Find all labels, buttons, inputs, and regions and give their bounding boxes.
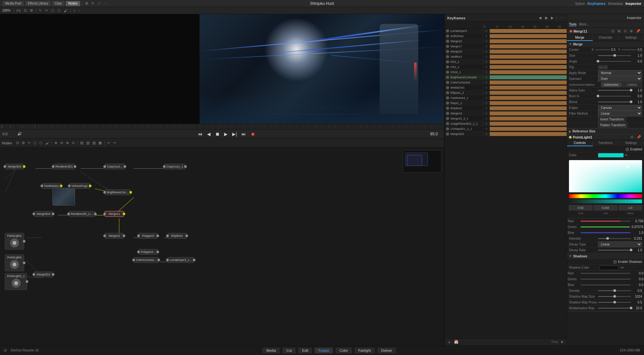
insp-node-icons2[interactable]: ⊞: [617, 29, 621, 34]
toolbar-minus[interactable]: −: [78, 8, 81, 13]
play-btn[interactable]: ▶: [223, 131, 229, 137]
zoom-label[interactable]: 100%: [1, 8, 12, 13]
edges-dropdown[interactable]: Canvas: [598, 105, 642, 110]
shadow-color-eyedropper[interactable]: ✏: [620, 265, 625, 270]
shadow-map-size-slider[interactable]: [598, 296, 631, 297]
node-polygon3[interactable]: Polygon3: [138, 233, 158, 239]
kf-row-merge17[interactable]: Merge17 0: [445, 44, 567, 49]
toolbar-shape[interactable]: ◻: [50, 8, 55, 13]
more-tab[interactable]: More...: [579, 23, 589, 26]
keyframes-label[interactable]: Keyframes: [587, 2, 605, 5]
kf-row-merge15[interactable]: Merge15 0: [445, 39, 567, 44]
tab-effects-library[interactable]: Effects Library: [25, 1, 51, 6]
toolbar-paint[interactable]: 🖌: [63, 8, 68, 13]
flip-v-btn[interactable]: ↕: [603, 65, 608, 69]
nav-color[interactable]: Color: [336, 348, 352, 353]
node-colorcorrector[interactable]: ColorCorrecto...: [134, 257, 159, 263]
spline-label[interactable]: Spline: [575, 2, 585, 5]
toolbar-fit[interactable]: Fit: [16, 8, 22, 13]
toolbar-cursor[interactable]: ↖: [38, 8, 43, 13]
pl-controls-tab[interactable]: Controls: [567, 140, 593, 146]
toolbar-view1[interactable]: ⊡: [23, 8, 28, 13]
nodes-btn-13[interactable]: ▨: [91, 140, 97, 145]
nav-cut[interactable]: Cut: [282, 348, 296, 353]
size-slider[interactable]: [598, 55, 631, 56]
nodes-btn-14[interactable]: ▩: [98, 140, 103, 145]
merge-section-header[interactable]: ▼ Merge: [567, 41, 644, 47]
step-fwd-btn[interactable]: ▶|: [231, 131, 238, 137]
record-btn[interactable]: ⏺: [250, 131, 256, 137]
node-merge3d3[interactable]: Merge3D3: [5, 164, 24, 169]
node-lumakeyer3-1[interactable]: LumaKeyer3_1...: [167, 257, 194, 263]
nodes-btn-4[interactable]: ◻: [33, 140, 37, 145]
pl-transform-tab[interactable]: Transform: [593, 140, 619, 146]
kf-row-rays1-1[interactable]: Rays1_1 0: [445, 101, 567, 106]
kf-btn-1[interactable]: ◀: [538, 15, 542, 20]
toolbar-icon-3[interactable]: ⤢: [97, 1, 101, 6]
pl-icon1[interactable]: ⊡: [630, 135, 634, 139]
shadows-section-header[interactable]: ▼ Shadows: [567, 253, 644, 259]
node-merge10[interactable]: Merge10: [105, 233, 124, 239]
insp-subtab-merge[interactable]: Merge: [567, 35, 593, 41]
kf-row-variblur1[interactable]: VariBlur1 0: [445, 54, 567, 59]
center-y-slider[interactable]: [621, 49, 636, 50]
insp-node-icons4[interactable]: ⊗: [629, 29, 634, 34]
kf-btn-3[interactable]: ▶: [550, 15, 554, 20]
apply-mode-dropdown[interactable]: Normal: [598, 70, 642, 76]
node-bspline1[interactable]: BSpline1: [167, 233, 187, 239]
kf-row-ellipse1-2[interactable]: Ellipse1_2 0: [445, 90, 567, 95]
kf-row-merge15-3-1[interactable]: Merge15_3_1 0: [445, 116, 567, 121]
decay-rate-slider[interactable]: [598, 250, 631, 251]
kf-row-hs2-2[interactable]: HS2_2 0: [445, 64, 567, 70]
shadow-green-slider[interactable]: [581, 279, 630, 280]
insp-subtab-channels[interactable]: Channels: [593, 35, 619, 41]
nodes-btn-11[interactable]: ▤: [79, 140, 84, 145]
volume-icon[interactable]: 🔊: [16, 131, 23, 136]
shadow-blue-slider[interactable]: [581, 284, 630, 285]
invert-transform-btn[interactable]: Invert Transform: [598, 117, 626, 122]
blend-slider[interactable]: [598, 101, 631, 102]
nodes-btn-2[interactable]: ⊞: [21, 140, 26, 145]
kf-row-bspline2[interactable]: BSpline2 0: [445, 106, 567, 111]
nodes-btn-10[interactable]: ⊙: [71, 140, 76, 145]
node-brightnesscon[interactable]: BrightnessCon...: [105, 189, 131, 195]
enabled-checkbox[interactable]: ✓: [626, 148, 629, 151]
step-back-btn[interactable]: ◀: [206, 131, 212, 137]
shadow-color-preview[interactable]: [599, 265, 619, 270]
nav-fusion[interactable]: Fusion: [315, 348, 333, 353]
insp-node-icons1[interactable]: ⊡: [611, 29, 615, 34]
nodes-btn-3[interactable]: ✏: [27, 140, 32, 145]
kf-calendar-btn[interactable]: 📅: [453, 340, 459, 344]
color-gradient-box[interactable]: [569, 160, 642, 192]
kf-row-softglow1[interactable]: SoftGlow1 0: [445, 34, 567, 39]
shadow-map-proxy-slider[interactable]: [598, 302, 631, 303]
kf-row-fastnoise3-1[interactable]: FastNoise3_1 0: [445, 95, 567, 101]
nodes-btn-15[interactable]: ↩: [106, 140, 111, 145]
insp-node-icons3[interactable]: ⊙: [623, 29, 628, 34]
node-paintlight1[interactable]: PaintLight1: [5, 233, 24, 250]
nodes-btn-7[interactable]: ⊕: [53, 140, 58, 145]
shadow-red-slider[interactable]: [581, 273, 630, 274]
flip-h-btn[interactable]: ↔: [598, 65, 603, 69]
nodes-btn-12[interactable]: ▧: [85, 140, 90, 145]
color-alpha-bar[interactable]: [569, 199, 642, 203]
toolbar-icon-2[interactable]: ↻: [90, 1, 95, 6]
skip-end-btn[interactable]: ⏭: [241, 131, 247, 137]
green-slider[interactable]: [581, 226, 630, 227]
color-hue-bar[interactable]: [569, 194, 642, 198]
kf-row-merge19[interactable]: Merge19 0: [445, 111, 567, 116]
subtractive-btn[interactable]: Subtractive: [601, 82, 621, 87]
node-pointlight1-1[interactable]: PointLight1_1: [5, 273, 27, 290]
additive-btn[interactable]: Additive: [622, 82, 642, 87]
kf-row-imageplane3d2[interactable]: ImagePlane3D2_1_1 0: [445, 121, 567, 126]
nav-fairlight[interactable]: Fairlight: [355, 348, 375, 353]
node-renderer3d-li[interactable]: Renderer3D_Li...: [69, 211, 95, 217]
pl-settings-tab[interactable]: Settings: [618, 140, 644, 146]
kf-row-lumakeyer3[interactable]: LumaKeyer3 0: [445, 28, 567, 34]
insp-node-icons5[interactable]: 📌: [635, 29, 641, 34]
node-pointlight1[interactable]: PointLight1: [5, 254, 24, 271]
kf-row-merge18[interactable]: Merge18 0: [445, 49, 567, 54]
nodes-btn-16[interactable]: ↪: [112, 140, 117, 145]
enable-shadows-checkbox[interactable]: ✓: [613, 260, 617, 264]
kf-btn-4[interactable]: ⋯: [559, 15, 564, 20]
